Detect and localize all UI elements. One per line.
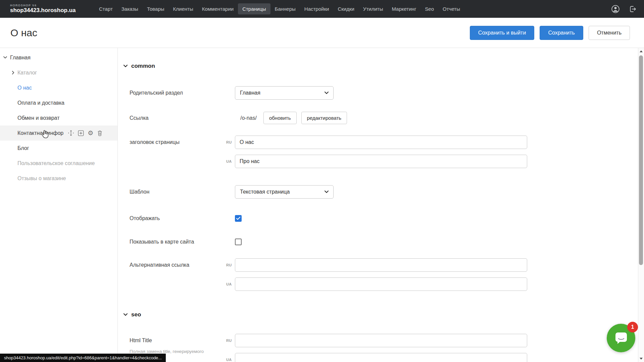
sidebar-item-label: Оплата и доставка: [17, 100, 64, 106]
form-row-alt-link: Альтернативная ссылка RU UA: [130, 258, 625, 297]
page-title-ua-input[interactable]: [235, 155, 527, 168]
form-row-display: Отображать: [130, 215, 625, 222]
nav-item-start[interactable]: Старт: [95, 3, 117, 14]
cancel-button[interactable]: Отменить: [589, 26, 630, 40]
nav-item-reports[interactable]: Отчеты: [438, 3, 464, 14]
nav-item-settings[interactable]: Настройки: [300, 3, 334, 14]
sidebar-item-label: Пользовательское соглашение: [17, 160, 95, 166]
form-row-link: Ссылка /o-nas/ обновить редактировать: [130, 112, 625, 124]
scrollbar[interactable]: [638, 48, 644, 362]
section-common[interactable]: common: [123, 62, 155, 70]
lang-ru-badge: RU: [226, 339, 232, 343]
chat-bubble-icon: [613, 330, 629, 346]
lang-ru-badge: RU: [226, 140, 232, 144]
nav-item-seo[interactable]: Seo: [420, 3, 438, 14]
link-refresh-button[interactable]: обновить: [263, 112, 297, 124]
lang-ru-badge: RU: [226, 263, 232, 267]
main-nav: Старт Заказы Товары Клиенты Комментарии …: [95, 3, 464, 14]
chevron-down-icon: [325, 191, 329, 193]
section-common-label: common: [131, 63, 155, 69]
sidebar-item-catalog[interactable]: Каталог: [0, 65, 117, 80]
alt-link-ru-input[interactable]: [235, 258, 527, 272]
sidebar-item-home[interactable]: Главная: [0, 50, 117, 65]
nav-item-discounts[interactable]: Скидки: [333, 3, 358, 14]
sidebar-item-label: О нас: [17, 85, 32, 91]
link-edit-button[interactable]: редактировать: [301, 112, 347, 124]
chevron-right-icon[interactable]: [12, 71, 14, 74]
lang-ua-badge: UA: [226, 358, 232, 362]
move-icon[interactable]: [68, 130, 74, 136]
form-row-parent-section: Родительский раздел Главная: [130, 86, 625, 100]
logout-icon[interactable]: [629, 5, 637, 13]
nav-item-comments[interactable]: Комментарии: [198, 3, 238, 14]
template-value: Текстовая страница: [240, 189, 325, 195]
nav-item-banners[interactable]: Баннеры: [270, 3, 300, 14]
add-page-icon[interactable]: [78, 130, 84, 136]
nav-item-orders[interactable]: Заказы: [117, 3, 143, 14]
sitemap-checkbox[interactable]: [235, 239, 242, 245]
link-path: /o-nas/: [240, 115, 257, 121]
form-row-template: Шаблон Текстовая страница: [130, 185, 625, 199]
sidebar-item-store-reviews[interactable]: Отзывы о магазине: [0, 171, 117, 186]
sitemap-label: Показывать в карте сайта: [130, 239, 235, 245]
sidebar-item-label: Главная: [10, 55, 31, 61]
parent-section-value: Главная: [240, 90, 325, 96]
section-seo[interactable]: seo: [123, 311, 141, 319]
chevron-down-icon: [123, 65, 128, 67]
lang-ua-badge: UA: [226, 159, 232, 163]
chat-badge: 1: [627, 322, 638, 332]
page-edit-form: common Родительский раздел Главная Ссылк…: [118, 48, 638, 362]
gear-icon[interactable]: ⚙: [88, 130, 93, 136]
scroll-up-icon[interactable]: [638, 50, 644, 52]
sidebar-item-label: Блог: [17, 145, 29, 151]
nav-item-marketing[interactable]: Маркетинг: [387, 3, 420, 14]
nav-item-pages[interactable]: Страницы: [238, 3, 270, 14]
checkmark-icon: [236, 217, 240, 220]
html-title-ru-input[interactable]: [235, 334, 527, 347]
nav-item-clients[interactable]: Клиенты: [169, 3, 198, 14]
trash-icon[interactable]: [97, 130, 103, 136]
form-row-page-title: заголовок страницы RU UA: [130, 136, 625, 174]
sidebar-item-label: Каталог: [17, 70, 37, 76]
sidebar-item-user-agreement[interactable]: Пользовательское соглашение: [0, 156, 117, 171]
nav-item-products[interactable]: Товары: [143, 3, 169, 14]
sidebar-item-label: Контактная инфор: [17, 130, 63, 136]
nav-item-utilities[interactable]: Утилиты: [359, 3, 388, 14]
template-select[interactable]: Текстовая страница: [235, 185, 334, 199]
display-checkbox[interactable]: [235, 215, 242, 222]
account-icon[interactable]: [611, 5, 620, 13]
sidebar-item-contact-info[interactable]: Контактная инфор ⚙: [0, 125, 117, 141]
section-seo-label: seo: [131, 311, 141, 318]
display-label: Отображать: [130, 215, 235, 222]
alt-link-label: Альтернативная ссылка: [130, 258, 235, 297]
parent-section-select[interactable]: Главная: [235, 86, 334, 100]
form-row-html-title: Html Title Полная замена title, генериру…: [130, 334, 625, 362]
sidebar-item-about[interactable]: О нас: [0, 80, 117, 95]
topbar: HOROSHOP V4 shop34423.horoshop.ua Старт …: [0, 0, 644, 18]
lang-ua-badge: UA: [226, 282, 232, 286]
html-title-ua-input[interactable]: [235, 353, 527, 362]
sidebar-item-payment-delivery[interactable]: Оплата и доставка: [0, 95, 117, 110]
chat-widget-button[interactable]: 1: [607, 324, 635, 352]
chevron-down-icon[interactable]: [3, 56, 7, 59]
pages-tree-sidebar: Главная Каталог О нас Оплата и доставка …: [0, 48, 118, 362]
browser-status-bar: shop34423.horoshop.ua/edit/edit.php?id=6…: [0, 354, 166, 362]
scrollbar-thumb[interactable]: [639, 55, 643, 265]
sidebar-item-label: Обмен и возврат: [17, 115, 59, 121]
scroll-down-icon[interactable]: [638, 358, 644, 360]
chevron-down-icon: [325, 92, 329, 94]
page-title-label: заголовок страницы: [130, 136, 235, 174]
sidebar-item-exchange-return[interactable]: Обмен и возврат: [0, 110, 117, 125]
form-row-sitemap: Показывать в карте сайта: [130, 239, 625, 245]
save-button[interactable]: Сохранить: [540, 26, 583, 40]
sidebar-item-blog[interactable]: Блог: [0, 141, 117, 156]
template-label: Шаблон: [130, 185, 235, 199]
logo-domain: shop34423.horoshop.ua: [10, 7, 76, 14]
link-label: Ссылка: [130, 112, 235, 124]
save-and-exit-button[interactable]: Сохранить и выйти: [470, 26, 535, 40]
alt-link-ua-input[interactable]: [235, 277, 527, 291]
page-title-ru-input[interactable]: [235, 136, 527, 149]
chevron-down-icon: [123, 313, 128, 316]
sidebar-item-label: Отзывы о магазине: [17, 175, 66, 182]
page-header: О нас Сохранить и выйти Сохранить Отмени…: [0, 18, 644, 48]
